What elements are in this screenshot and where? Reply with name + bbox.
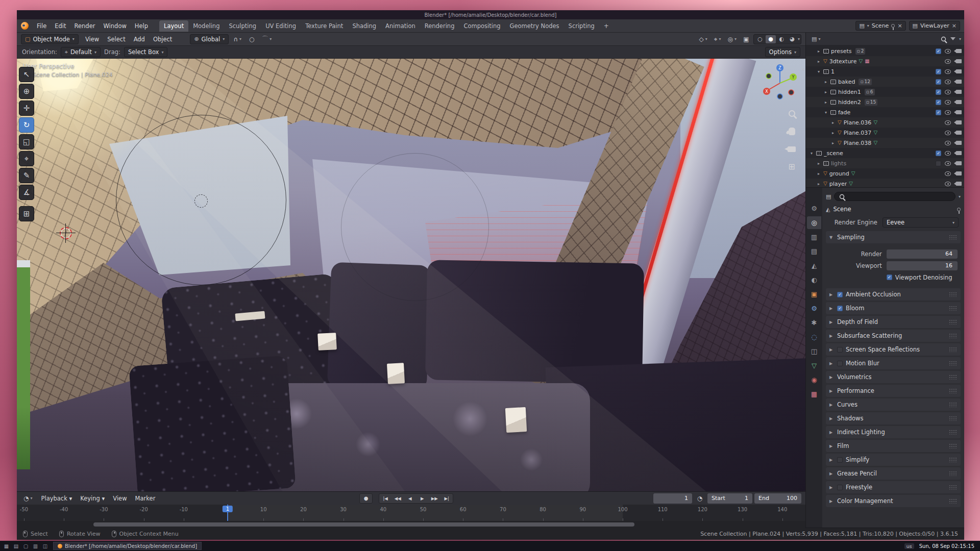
camera-view-button[interactable] — [786, 143, 797, 155]
orientation-dropdown[interactable]: ⊕ Global ▾ — [190, 34, 229, 44]
expand-arrow-icon[interactable]: ▾ — [816, 69, 821, 74]
hide-viewport-eye-icon[interactable] — [945, 171, 951, 176]
outliner-row-1[interactable]: ▾1✓ — [806, 66, 964, 77]
gizmos-dropdown[interactable]: ⌖ ▾ — [712, 34, 724, 44]
jump-start-button[interactable]: |◀ — [379, 494, 391, 503]
exclude-checkbox[interactable]: ✓ — [936, 69, 941, 74]
timeline-menu-view[interactable]: View — [109, 494, 131, 503]
menu-help[interactable]: Help — [131, 21, 152, 31]
disable-render-camera-icon[interactable] — [956, 151, 962, 155]
expand-arrow-icon[interactable]: ▾ — [823, 110, 828, 115]
workspace-tab-modeling[interactable]: Modeling — [188, 20, 224, 32]
playhead-frame-badge[interactable]: 1 — [223, 506, 233, 512]
hide-viewport-eye-icon[interactable] — [945, 151, 951, 156]
zoom-button[interactable] — [786, 108, 797, 119]
disable-render-camera-icon[interactable] — [956, 100, 962, 104]
properties-editor-icon[interactable]: ▤ — [826, 194, 831, 199]
expand-arrow-icon[interactable]: ▸ — [823, 90, 828, 94]
properties-tab-tool[interactable]: ⚙ — [807, 202, 821, 215]
timeline-menu-marker[interactable]: Marker — [131, 494, 160, 503]
section-indirect-lighting[interactable]: ▶Indirect Lighting — [826, 426, 961, 438]
hide-viewport-eye-icon[interactable] — [945, 120, 951, 125]
menu-file[interactable]: File — [33, 21, 51, 31]
section-checkbox[interactable] — [837, 347, 843, 353]
outliner-row-plane-037[interactable]: ▸▽Plane.037▽ — [806, 128, 964, 138]
section-ambient-occlusion[interactable]: ▶✓Ambient Occlusion — [826, 288, 961, 300]
hide-viewport-eye-icon[interactable] — [945, 90, 951, 94]
scene-selector[interactable]: ▤ ▾ Scene × — [855, 21, 905, 31]
properties-tab-modifiers[interactable]: ⚙ — [807, 302, 821, 315]
outliner-row-plane-036[interactable]: ▸▽Plane.036▽ — [806, 117, 964, 128]
workspace-tab-shading[interactable]: Shading — [348, 20, 381, 32]
render-samples-field[interactable]: 64 — [887, 249, 958, 259]
viewport-denoising-checkbox[interactable]: ✓ — [887, 274, 892, 280]
hide-viewport-eye-icon[interactable] — [945, 141, 951, 145]
disable-render-camera-icon[interactable] — [956, 131, 962, 135]
proportional-editing-toggle[interactable]: ○ — [246, 34, 257, 44]
outliner-row-player[interactable]: ▸▽player▽ — [806, 179, 964, 187]
disable-render-camera-icon[interactable] — [956, 90, 962, 94]
expand-arrow-icon[interactable]: ▾ — [809, 151, 814, 156]
section-shadows[interactable]: ▶Shadows — [826, 412, 961, 424]
hide-viewport-eye-icon[interactable] — [945, 110, 951, 115]
hide-viewport-eye-icon[interactable] — [945, 100, 951, 105]
overlays-dropdown[interactable]: ◎ ▾ — [725, 34, 739, 44]
next-keyframe-button[interactable]: ▶▶ — [428, 494, 440, 503]
taskbar-icon-1[interactable]: ▤ — [12, 542, 20, 550]
expand-arrow-icon[interactable]: ▸ — [830, 131, 836, 135]
exclude-checkbox[interactable]: ✓ — [936, 48, 941, 54]
frame-start-field[interactable]: Start 1 — [707, 493, 752, 504]
hide-viewport-eye-icon[interactable] — [945, 49, 951, 54]
outliner-editor-dropdown[interactable]: ▤ ▾ — [809, 34, 823, 44]
scene-close-icon[interactable]: × — [897, 23, 902, 29]
gizmo-z-label[interactable]: Z — [778, 66, 781, 70]
disable-render-camera-icon[interactable] — [956, 182, 962, 186]
viewport-samples-field[interactable]: 16 — [887, 261, 958, 270]
current-frame-field[interactable]: 1 — [653, 493, 692, 504]
menu-edit[interactable]: Edit — [51, 21, 70, 31]
pin-id-icon[interactable] — [957, 208, 961, 211]
timeline-menu-keying[interactable]: Keying ▾ — [76, 494, 109, 503]
viewport-menu-object[interactable]: Object — [149, 35, 176, 44]
expand-arrow-icon[interactable]: ▸ — [816, 161, 821, 166]
shading-material-button[interactable]: ◐ — [776, 35, 787, 43]
section-performance[interactable]: ▶Performance — [826, 385, 961, 397]
disable-render-camera-icon[interactable] — [956, 69, 962, 73]
orientation-setting-dropdown[interactable]: ⌖ Default ▾ — [61, 47, 101, 57]
render-engine-dropdown[interactable]: Eevee ▾ — [883, 217, 959, 228]
expand-arrow-icon[interactable]: ▸ — [816, 182, 821, 186]
tool-move[interactable]: ✛ — [19, 101, 34, 116]
drag-setting-dropdown[interactable]: Select Box ▾ — [124, 47, 168, 57]
viewport-menu-add[interactable]: Add — [130, 35, 149, 44]
exclude-checkbox[interactable]: ✓ — [936, 89, 941, 95]
timeline-scrollbar[interactable] — [93, 522, 634, 527]
menu-render[interactable]: Render — [70, 21, 100, 31]
shading-rendered-button[interactable]: ◕ — [787, 35, 797, 43]
expand-arrow-icon[interactable]: ▸ — [830, 141, 836, 145]
tool-transform[interactable]: ⌖ — [19, 151, 34, 166]
outliner-row-fade[interactable]: ▾fade✓ — [806, 107, 964, 117]
sidebar-collapse-arrow[interactable]: ‹ — [802, 66, 804, 73]
section-motion-blur[interactable]: ▶Motion Blur — [826, 357, 961, 369]
taskbar-window-button[interactable]: Blender* [/home/amalie/Desktop/blender/c… — [53, 542, 202, 550]
shading-solid-button[interactable]: ● — [766, 35, 776, 43]
menu-window[interactable]: Window — [99, 21, 130, 31]
gizmo-x-label[interactable]: X — [765, 89, 768, 94]
viewport-menu-view[interactable]: View — [81, 35, 103, 44]
exclude-checkbox[interactable]: ✓ — [936, 99, 941, 105]
section-checkbox[interactable] — [837, 485, 843, 490]
workspace-tab-scripting[interactable]: Scripting — [564, 20, 599, 32]
filter-funnel-icon[interactable] — [950, 37, 955, 40]
timeline-ruler[interactable]: -50-40-30-20-101020304050607080901001101… — [17, 505, 805, 521]
shading-wireframe-button[interactable]: ○ — [755, 35, 765, 43]
workspace-tab-uv-editing[interactable]: UV Editing — [261, 20, 301, 32]
properties-tab-view-layer[interactable]: ▤ — [807, 245, 821, 258]
disable-render-camera-icon[interactable] — [956, 49, 962, 53]
timeline-menu-playback[interactable]: Playback ▾ — [37, 494, 77, 503]
expand-arrow-icon[interactable]: ▸ — [830, 120, 836, 125]
workspace-tab-rendering[interactable]: Rendering — [420, 20, 459, 32]
outliner-row-3dtexture[interactable]: ▸▽3dtexture▽▦ — [806, 56, 964, 66]
workspace-tab-sculpting[interactable]: Sculpting — [224, 20, 261, 32]
tool-rotate[interactable]: ↻ — [19, 117, 34, 133]
properties-tab-render[interactable]: ◎ — [807, 216, 821, 229]
